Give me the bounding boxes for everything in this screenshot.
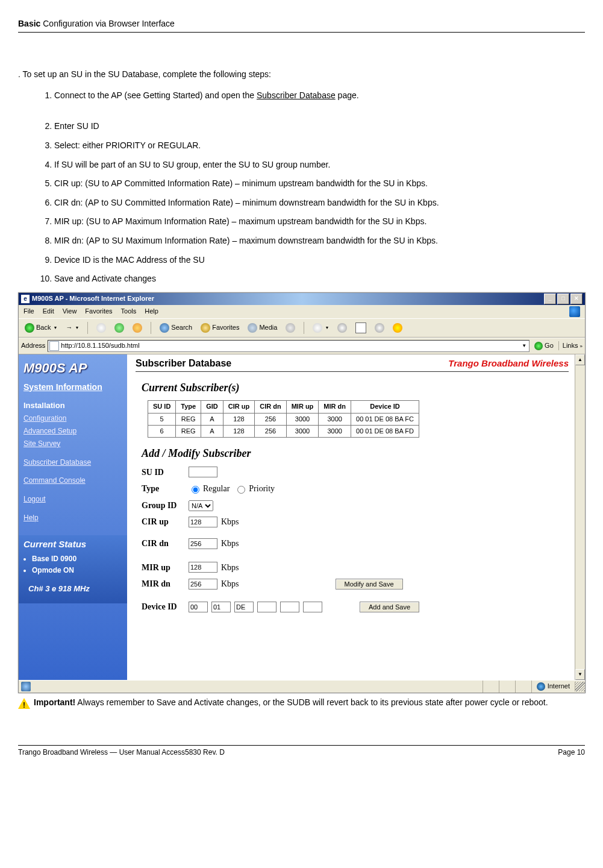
page-icon bbox=[49, 341, 59, 351]
warning-icon bbox=[18, 698, 30, 709]
intro-text: . To set up an SU in the SU Database, co… bbox=[18, 69, 585, 81]
scroll-down-button[interactable]: ▼ bbox=[575, 669, 585, 680]
discuss-button[interactable] bbox=[372, 322, 387, 334]
home-icon bbox=[133, 323, 142, 333]
step-5: CIR up: (SU to AP Committed Information … bbox=[54, 178, 585, 190]
type-regular-radio[interactable] bbox=[192, 486, 199, 494]
device-id-input-6[interactable] bbox=[303, 602, 322, 612]
print-button[interactable] bbox=[335, 322, 349, 334]
modify-save-button[interactable]: Modify and Save bbox=[336, 579, 403, 590]
step-1: Connect to the AP (see Getting Started) … bbox=[54, 90, 585, 113]
group-id-select[interactable]: N/A bbox=[189, 500, 213, 511]
sidebar-command-console[interactable]: Command Console bbox=[19, 474, 127, 487]
favorites-button[interactable]: Favorites bbox=[198, 322, 242, 334]
menu-file[interactable]: File bbox=[23, 307, 34, 316]
cir-up-label: CIR up bbox=[142, 516, 189, 528]
device-id-input-5[interactable] bbox=[280, 602, 299, 612]
search-icon bbox=[160, 323, 169, 333]
brand-right: Trango Broadband Wireless bbox=[448, 357, 569, 370]
stop-button[interactable] bbox=[94, 322, 108, 334]
cir-dn-input[interactable] bbox=[189, 538, 217, 549]
main-panel: Subscriber Database Trango Broadband Wir… bbox=[127, 354, 575, 680]
ie-window-icon: e bbox=[21, 295, 30, 303]
menu-view[interactable]: View bbox=[63, 307, 77, 316]
sidebar-help[interactable]: Help bbox=[19, 512, 127, 524]
step-8: MIR dn: (AP to SU Maximum Information Ra… bbox=[54, 235, 585, 247]
address-url: http://10.8.1.150/sudb.html bbox=[61, 341, 139, 350]
media-button[interactable]: Media bbox=[245, 322, 280, 334]
sidebar-logout[interactable]: Logout bbox=[19, 493, 127, 506]
links-button[interactable]: Links » bbox=[558, 341, 583, 350]
mail-icon bbox=[313, 323, 322, 333]
doc-footer: Trango Broadband Wireless — User Manual … bbox=[18, 745, 585, 758]
sidebar: M900S AP System Information Installation… bbox=[19, 354, 127, 680]
history-icon bbox=[286, 323, 295, 333]
messenger-button[interactable] bbox=[390, 322, 405, 334]
device-id-input-2[interactable] bbox=[211, 602, 231, 612]
step-6: CIR dn: (AP to SU Committed Information … bbox=[54, 197, 585, 209]
zone-indicator: Internet bbox=[531, 681, 575, 693]
media-icon bbox=[248, 323, 257, 333]
device-id-input-1[interactable] bbox=[189, 602, 208, 612]
sidebar-installation: Installation bbox=[19, 394, 127, 412]
su-id-input[interactable] bbox=[189, 467, 217, 477]
vertical-scrollbar[interactable]: ▲ ▼ bbox=[575, 354, 585, 680]
chevron-down-icon[interactable]: ▼ bbox=[520, 342, 528, 349]
maximize-button[interactable]: □ bbox=[557, 294, 569, 304]
address-label: Address bbox=[21, 341, 45, 350]
messenger-icon bbox=[393, 323, 402, 333]
type-priority-radio[interactable] bbox=[237, 486, 245, 494]
resize-grip[interactable] bbox=[575, 682, 585, 691]
sidebar-site-survey[interactable]: Site Survey bbox=[19, 438, 127, 450]
status-opmode: Opmode ON bbox=[32, 565, 127, 576]
sidebar-configuration[interactable]: Configuration bbox=[19, 412, 127, 425]
discuss-icon bbox=[375, 323, 384, 333]
menu-favorites[interactable]: Favorites bbox=[85, 307, 112, 316]
step-4: If SU will be part of an SU to SU group,… bbox=[54, 159, 585, 171]
table-row: 6REGA1282563000300000 01 DE 08 BA FD bbox=[148, 426, 419, 438]
menu-help[interactable]: Help bbox=[145, 307, 158, 316]
sidebar-brand: M900S AP bbox=[19, 358, 127, 379]
subscriber-database-link-text: Subscriber Database bbox=[257, 90, 336, 100]
steps-list: Connect to the AP (see Getting Started) … bbox=[30, 90, 585, 285]
table-header-row: SU ID Type GID CIR up CIR dn MIR up MIR … bbox=[148, 401, 419, 413]
current-subscribers-heading: Current Subscriber(s) bbox=[142, 380, 569, 395]
back-button[interactable]: Back ▼ bbox=[22, 322, 60, 334]
sidebar-subscriber-database[interactable]: Subscriber Database bbox=[19, 456, 127, 469]
mail-button[interactable]: ▼ bbox=[310, 322, 331, 334]
mir-dn-input[interactable] bbox=[189, 579, 217, 590]
minimize-button[interactable]: _ bbox=[544, 294, 556, 304]
important-note: Important! Always remember to Save and A… bbox=[18, 697, 585, 709]
device-id-input-3[interactable] bbox=[234, 602, 254, 612]
history-button[interactable] bbox=[283, 322, 298, 334]
type-regular-label: Regular bbox=[203, 483, 230, 495]
type-priority-label: Priority bbox=[249, 483, 275, 495]
cir-up-input[interactable] bbox=[189, 517, 217, 527]
search-button[interactable]: Search bbox=[157, 322, 195, 334]
close-button[interactable]: ✕ bbox=[570, 294, 583, 304]
address-input[interactable]: http://10.8.1.150/sudb.html ▼ bbox=[48, 340, 530, 352]
stop-icon bbox=[96, 323, 106, 333]
go-button[interactable]: Go bbox=[532, 341, 556, 350]
sidebar-status-block: Current Status Base ID 0900 Opmode ON Ch… bbox=[19, 535, 127, 603]
titlebar: e M900S AP - Microsoft Internet Explorer… bbox=[19, 293, 585, 305]
menu-tools[interactable]: Tools bbox=[121, 307, 137, 316]
globe-icon bbox=[537, 682, 545, 691]
mir-up-input[interactable] bbox=[189, 562, 217, 573]
scroll-up-button[interactable]: ▲ bbox=[575, 354, 585, 365]
mir-dn-label: MIR dn bbox=[142, 578, 189, 590]
home-button[interactable] bbox=[130, 322, 145, 334]
forward-button[interactable]: →▼ bbox=[63, 322, 81, 333]
sidebar-system-info[interactable]: System Information bbox=[19, 379, 127, 395]
window-title: M900S AP - Microsoft Internet Explorer bbox=[32, 294, 544, 303]
addressbar: Address http://10.8.1.150/sudb.html ▼ Go… bbox=[19, 338, 585, 354]
add-modify-heading: Add / Modify Subscriber bbox=[142, 446, 569, 461]
refresh-button[interactable] bbox=[112, 322, 127, 334]
sidebar-current-status: Current Status bbox=[19, 535, 127, 552]
menu-edit[interactable]: Edit bbox=[43, 307, 54, 316]
sidebar-advanced-setup[interactable]: Advanced Setup bbox=[19, 425, 127, 438]
add-save-button[interactable]: Add and Save bbox=[360, 602, 419, 612]
form-area: SU ID Type Regular Priority Group ID N/A… bbox=[142, 467, 569, 613]
edit-button[interactable] bbox=[353, 321, 369, 335]
device-id-input-4[interactable] bbox=[257, 602, 277, 612]
